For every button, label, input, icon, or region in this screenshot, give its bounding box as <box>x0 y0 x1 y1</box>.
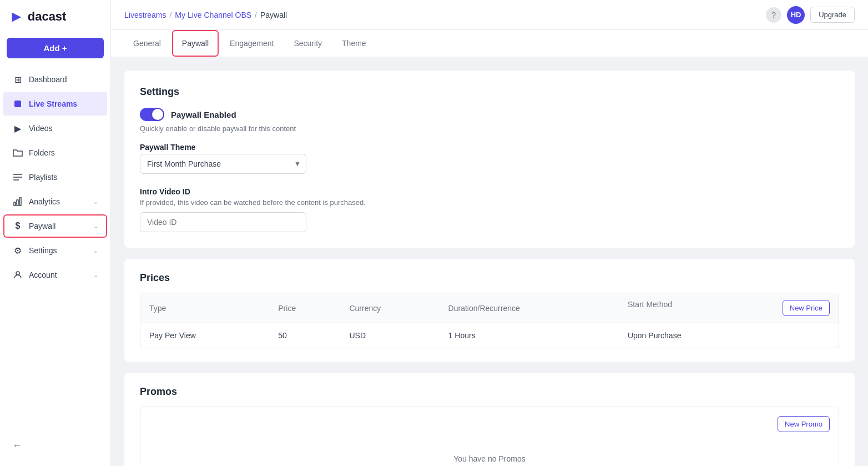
sidebar-item-label: Paywall <box>29 222 93 231</box>
col-currency: Currency <box>340 293 439 323</box>
content-area: Settings Paywall Enabled Quickly enable … <box>111 57 868 466</box>
breadcrumb-livestreams[interactable]: Livestreams <box>124 11 166 19</box>
sidebar-item-settings[interactable]: ⚙ Settings ⌄ <box>3 239 107 262</box>
prices-table-wrapper: Type Price Currency Duration/Recurrence … <box>140 293 839 348</box>
paywall-enabled-toggle[interactable] <box>140 108 164 121</box>
logo-icon: ► <box>9 8 24 26</box>
prices-title: Prices <box>140 272 839 284</box>
sidebar-bottom: ← <box>0 434 110 457</box>
promos-header: New Promo <box>149 416 830 432</box>
promos-title: Promos <box>140 386 839 398</box>
analytics-icon <box>12 196 23 207</box>
sidebar-item-label: Dashboard <box>29 75 98 84</box>
col-duration: Duration/Recurrence <box>440 293 619 323</box>
toggle-row: Paywall Enabled <box>140 108 839 121</box>
breadcrumb: Livestreams / My Live Channel OBS / Payw… <box>124 11 287 19</box>
svg-rect-6 <box>19 198 21 206</box>
new-price-button[interactable]: New Price <box>783 300 830 316</box>
analytics-chevron-icon: ⌄ <box>93 198 98 206</box>
sidebar-item-label: Analytics <box>29 197 93 206</box>
col-type: Type <box>140 293 269 323</box>
paywall-theme-select-wrapper: First Month Purchase Pay Per View Subscr… <box>140 154 306 174</box>
cell-currency: USD <box>340 323 439 348</box>
toggle-knob <box>152 109 163 120</box>
topbar: Livestreams / My Live Channel OBS / Payw… <box>111 0 868 30</box>
main-area: Livestreams / My Live Channel OBS / Payw… <box>111 0 868 466</box>
sidebar-item-livestreams[interactable]: Live Streams <box>3 92 107 116</box>
settings-icon: ⚙ <box>12 245 23 256</box>
cell-start-method: Upon Purchase <box>619 323 839 348</box>
sidebar-item-label: Videos <box>29 124 98 133</box>
cell-price: 50 <box>269 323 340 348</box>
back-icon: ← <box>12 440 22 452</box>
sidebar-item-videos[interactable]: ▶ Videos <box>3 117 107 140</box>
avatar[interactable]: HD <box>787 6 805 24</box>
breadcrumb-current: Paywall <box>260 11 287 19</box>
cell-duration: 1 Hours <box>440 323 619 348</box>
prices-section: Prices Type Price Currency Duration/Recu… <box>124 259 855 362</box>
settings-card: Settings Paywall Enabled Quickly enable … <box>124 71 855 248</box>
account-icon <box>12 269 23 280</box>
tab-paywall[interactable]: Paywall <box>172 30 219 57</box>
sidebar-item-label: Settings <box>29 246 93 255</box>
tab-theme[interactable]: Theme <box>333 31 375 57</box>
paywall-icon: $ <box>12 221 23 232</box>
toggle-label: Paywall Enabled <box>171 110 236 119</box>
upgrade-button[interactable]: Upgrade <box>810 7 855 23</box>
tabs-bar: General Paywall Engagement Security Them… <box>111 30 868 57</box>
sidebar-item-dashboard[interactable]: ⊞ Dashboard <box>3 68 107 91</box>
sidebar-item-analytics[interactable]: Analytics ⌄ <box>3 190 107 213</box>
paywall-chevron-icon: ⌄ <box>93 223 98 230</box>
paywall-theme-select[interactable]: First Month Purchase Pay Per View Subscr… <box>140 154 306 174</box>
help-button[interactable]: ? <box>766 7 781 23</box>
sidebar-item-label: Playlists <box>29 173 98 182</box>
cell-type: Pay Per View <box>140 323 269 348</box>
sidebar-item-playlists[interactable]: Playlists <box>3 166 107 189</box>
new-promo-button[interactable]: New Promo <box>778 416 830 432</box>
tab-general[interactable]: General <box>124 31 170 57</box>
toggle-description: Quickly enable or disable paywall for th… <box>140 124 839 133</box>
settings-chevron-icon: ⌄ <box>93 247 98 254</box>
dashboard-icon: ⊞ <box>12 74 23 85</box>
intro-video-input[interactable] <box>140 212 306 232</box>
breadcrumb-sep-1: / <box>169 11 171 19</box>
topbar-right: ? HD Upgrade <box>766 6 855 24</box>
paywall-theme-label: Paywall Theme <box>140 143 839 152</box>
table-row: Pay Per View 50 USD 1 Hours Upon Purchas… <box>140 323 839 348</box>
logo-text: dacast <box>28 9 67 24</box>
livestreams-icon <box>12 98 23 109</box>
playlists-icon <box>12 172 23 183</box>
account-chevron-icon: ⌄ <box>93 272 98 279</box>
videos-icon: ▶ <box>12 123 23 134</box>
sidebar-item-label: Account <box>29 270 93 279</box>
logo-area: ► dacast <box>0 0 110 33</box>
intro-video-label: Intro Video ID <box>140 187 839 196</box>
help-icon-symbol: ? <box>771 11 776 19</box>
sidebar-item-label: Live Streams <box>29 99 98 108</box>
add-button[interactable]: Add + <box>7 38 104 58</box>
promos-box: New Promo You have no Promos <box>140 407 839 466</box>
svg-rect-5 <box>17 200 18 206</box>
svg-rect-0 <box>14 101 21 107</box>
breadcrumb-sep-2: / <box>255 11 257 19</box>
sidebar-item-paywall[interactable]: $ Paywall ⌄ <box>3 214 107 238</box>
settings-title: Settings <box>140 86 839 98</box>
sidebar-item-folders[interactable]: Folders <box>3 141 107 164</box>
svg-point-7 <box>16 272 19 275</box>
sidebar: ► dacast Add + ⊞ Dashboard Live Streams … <box>0 0 111 466</box>
table-header-row: Type Price Currency Duration/Recurrence … <box>140 293 839 323</box>
breadcrumb-channel[interactable]: My Live Channel OBS <box>175 11 251 19</box>
col-start-method: Start Method New Price <box>619 293 839 323</box>
avatar-initials: HD <box>791 11 801 19</box>
back-button[interactable]: ← <box>3 434 107 457</box>
svg-rect-4 <box>14 202 16 206</box>
tab-engagement[interactable]: Engagement <box>221 31 282 57</box>
intro-video-description: If provided, this video can be watched b… <box>140 198 839 207</box>
folders-icon <box>12 147 23 158</box>
promos-empty-text: You have no Promos <box>149 454 830 466</box>
prices-table: Type Price Currency Duration/Recurrence … <box>140 293 839 348</box>
col-price: Price <box>269 293 340 323</box>
sidebar-item-label: Folders <box>29 148 98 157</box>
tab-security[interactable]: Security <box>285 31 331 57</box>
sidebar-item-account[interactable]: Account ⌄ <box>3 263 107 287</box>
